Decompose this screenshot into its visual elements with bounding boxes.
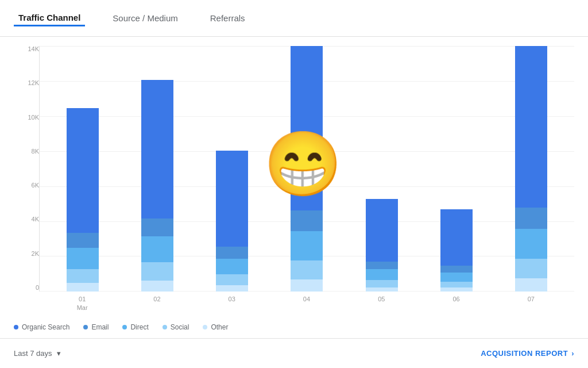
legend-item[interactable]: Organic Search (14, 323, 69, 331)
x-label: 01Mar (66, 295, 98, 312)
bar-organic (291, 46, 323, 210)
main-container: Traffic Channel Source / Medium Referral… (0, 0, 588, 368)
bar-direct (515, 229, 547, 259)
y-label-14k: 14K (28, 46, 39, 52)
y-label-8k: 8K (32, 148, 39, 155)
bar-col[interactable] (291, 46, 323, 292)
bar-col[interactable] (141, 46, 173, 292)
legend-item[interactable]: Email (83, 323, 109, 331)
bar-col[interactable] (366, 46, 398, 292)
bar-social (141, 262, 173, 280)
bar-organic (216, 151, 248, 246)
legend-label: Social (171, 323, 189, 331)
bar-col[interactable] (515, 46, 547, 292)
bar-other (67, 283, 99, 292)
x-axis: 01Mar020304050607 (39, 292, 574, 312)
x-label: 06 (440, 295, 473, 312)
bar-direct (216, 259, 248, 275)
bar-email (366, 262, 398, 269)
chart-area: 14K 12K 10K 8K 6K 4K 2K 0 (0, 37, 588, 316)
y-label-10k: 10K (28, 114, 39, 121)
bars-container: 😁 (39, 46, 574, 292)
bar-direct (440, 273, 473, 282)
footer: Last 7 days ▾ ACQUISITION REPORT › (0, 338, 588, 368)
bar-direct (141, 236, 173, 262)
period-selector[interactable]: Last 7 days ▾ (14, 349, 61, 358)
bar-organic (440, 209, 473, 265)
tab-source-medium[interactable]: Source / Medium (108, 11, 182, 25)
y-label-2k: 2K (32, 251, 39, 257)
bar-social (515, 259, 547, 278)
report-label: ACQUISITION REPORT (481, 349, 568, 358)
x-label: 04 (291, 295, 323, 312)
bar-social (366, 280, 398, 288)
bar-direct (366, 269, 398, 280)
bar-email (67, 233, 99, 248)
bar-email (291, 210, 323, 231)
legend-item[interactable]: Direct (122, 323, 148, 331)
arrow-right-icon: › (571, 349, 574, 358)
legend-dot (14, 325, 18, 329)
legend-dot (122, 325, 127, 329)
x-label: 03 (216, 295, 248, 312)
acquisition-report-link[interactable]: ACQUISITION REPORT › (481, 349, 574, 358)
bar-email (440, 266, 473, 273)
tab-traffic-channel[interactable]: Traffic Channel (14, 10, 85, 26)
bar-social (440, 282, 473, 288)
y-axis: 14K 12K 10K 8K 6K 4K 2K 0 (14, 46, 39, 312)
bar-email (141, 218, 173, 236)
bar-social (67, 269, 99, 283)
bar-organic (67, 108, 99, 232)
legend-label: Direct (130, 323, 148, 331)
bar-direct (291, 231, 323, 260)
legend-dot (83, 325, 88, 329)
bar-other (440, 288, 473, 292)
bar-organic (515, 46, 547, 208)
x-label: 07 (515, 295, 547, 312)
bar-social (216, 274, 248, 285)
bar-organic (366, 199, 398, 262)
bar-col[interactable] (216, 46, 248, 292)
bar-col[interactable] (440, 46, 473, 292)
legend-label: Other (211, 323, 228, 331)
legend-dot (163, 325, 167, 329)
bar-other (141, 281, 173, 292)
legend-label: Organic Search (22, 323, 69, 331)
legend-item[interactable]: Social (163, 323, 189, 331)
bar-social (291, 260, 323, 279)
y-label-12k: 12K (28, 80, 39, 86)
y-label-4k: 4K (32, 216, 39, 223)
bar-other (216, 285, 248, 292)
bar-col[interactable] (67, 46, 99, 292)
legend-label: Email (91, 323, 109, 331)
bar-other (366, 288, 398, 292)
bars-group (40, 46, 574, 292)
bar-direct (67, 248, 99, 269)
legend-dot (203, 325, 207, 329)
bar-email (216, 247, 248, 259)
x-label: 05 (365, 295, 397, 312)
tabs-header: Traffic Channel Source / Medium Referral… (0, 0, 588, 37)
bar-email (515, 208, 547, 229)
bar-other (515, 278, 547, 292)
bar-other (291, 279, 323, 292)
y-label-6k: 6K (32, 182, 39, 189)
chart-inner: 😁 01Mar020304050607 (39, 46, 574, 312)
dropdown-icon: ▾ (57, 349, 61, 358)
legend: Organic SearchEmailDirectSocialOther (0, 316, 588, 338)
legend-item[interactable]: Other (203, 323, 228, 331)
tab-referrals[interactable]: Referrals (206, 11, 250, 25)
x-label: 02 (141, 295, 173, 312)
chart-wrapper: 14K 12K 10K 8K 6K 4K 2K 0 (14, 46, 574, 312)
period-label: Last 7 days (14, 349, 52, 358)
bar-organic (141, 80, 173, 218)
